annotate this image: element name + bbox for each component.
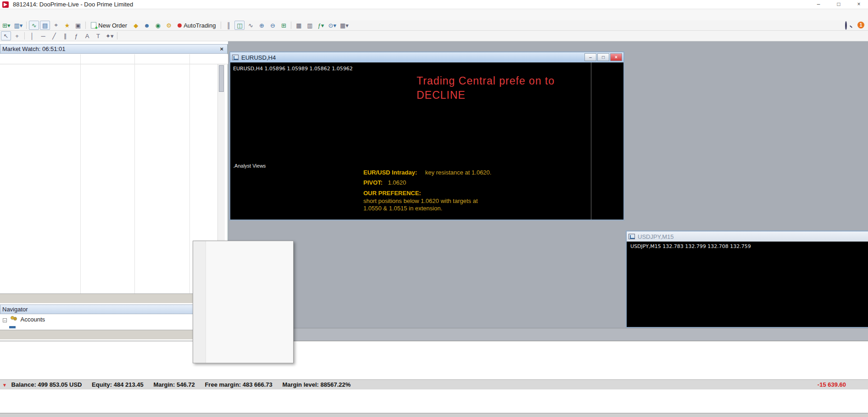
- indicators-button[interactable]: ƒ▾: [316, 21, 326, 30]
- label-tool[interactable]: T: [93, 31, 103, 40]
- templates-button[interactable]: ▦▾: [339, 21, 350, 30]
- mt4-application: 8812414: DooPrime-Live - Doo Prime Limit…: [0, 0, 868, 417]
- market-watch-close-icon[interactable]: ×: [220, 45, 223, 52]
- toolbar-separator: [26, 22, 27, 29]
- metaeditor-icon[interactable]: ◆: [131, 21, 141, 30]
- eurusd-time-axis: [230, 212, 591, 220]
- auto-scroll-button[interactable]: ▦: [294, 21, 304, 30]
- eurusd-price-scale: [591, 62, 623, 220]
- zoom-out-button[interactable]: ⊖: [267, 21, 278, 30]
- toolbar-separator: [221, 22, 221, 29]
- margin-level-value: Margin level: 88567.22%: [282, 381, 351, 388]
- margin-value: Margin: 546.72: [153, 381, 195, 388]
- market-watch-title: Market Watch: 06:51:01: [2, 45, 66, 52]
- new-chart-button[interactable]: ⊞▾: [1, 21, 11, 30]
- fibonacci-tool[interactable]: ƒ: [71, 31, 81, 40]
- accounts-icon: [11, 316, 17, 321]
- chart-minimize-button[interactable]: –: [584, 53, 596, 61]
- usdjpy-window-titlebar[interactable]: USDJPY,M15: [627, 231, 868, 242]
- balance-value: Balance: 499 853.05 USD: [11, 381, 82, 388]
- text-tool[interactable]: A: [82, 31, 92, 40]
- terminal-panel: ▼ Balance: 499 853.05 USD Equity: 484 21…: [0, 341, 868, 417]
- options-icon[interactable]: ⚙: [164, 21, 174, 30]
- zoom-in-button[interactable]: ⊕: [256, 21, 267, 30]
- vertical-line-tool[interactable]: │: [27, 31, 37, 40]
- toolbar-separator: [117, 32, 117, 39]
- tick-chart-toggle[interactable]: ∿: [29, 21, 39, 30]
- toolbar-separator: [291, 22, 291, 29]
- candlestick-chart-button[interactable]: ◫: [234, 21, 245, 30]
- terminal-toggle[interactable]: ▣: [73, 21, 83, 30]
- search-icon[interactable]: [845, 22, 847, 29]
- shapes-tool[interactable]: ✦▾: [104, 31, 115, 40]
- chart-shift-button[interactable]: ▥: [305, 21, 315, 30]
- navigator-title: Navigator: [2, 306, 28, 313]
- trendline-tool[interactable]: ╱: [49, 31, 59, 40]
- usdjpy-chart-canvas[interactable]: [627, 241, 868, 328]
- terminal-tabbar: [0, 413, 868, 417]
- column-divider: [189, 54, 190, 294]
- eurusd-window-title: EURUSD,H4: [241, 54, 276, 61]
- market-watch-titlebar[interactable]: Market Watch: 06:51:01 ×: [0, 44, 228, 54]
- column-divider: [134, 54, 135, 294]
- analyst-views-label: .Analyst Views: [233, 163, 266, 169]
- analyst-preference-text2: 1.0550 & 1.0515 in extension.: [363, 205, 442, 212]
- data-window-toggle[interactable]: ⌖: [51, 21, 61, 30]
- line-chart-button[interactable]: ∿: [245, 21, 256, 30]
- toolbar-separator: [24, 32, 25, 39]
- analyst-pivot-line: PIVOT: 1.0620: [363, 179, 406, 186]
- analyst-intraday-line: EUR/USD Intraday: key resistance at 1.06…: [363, 169, 491, 176]
- account-status-bar: ▼ Balance: 499 853.05 USD Equity: 484 21…: [0, 379, 868, 389]
- crosshair-tool[interactable]: +: [12, 31, 22, 40]
- market-watch-toggle[interactable]: ▤: [40, 21, 50, 30]
- bar-chart-button[interactable]: ║: [223, 21, 234, 30]
- usdjpy-window-title: USDJPY,M15: [638, 233, 674, 240]
- experts-icon[interactable]: ☻: [142, 21, 152, 30]
- channel-tool[interactable]: ∥: [60, 31, 70, 40]
- window-controls: – □ ×: [584, 53, 622, 61]
- chart-restore-button[interactable]: □: [597, 53, 609, 61]
- new-order-icon: [91, 22, 96, 28]
- eurusd-ohlc-line: EURUSD,H4 1.05896 1.05989 1.05862 1.0596…: [233, 66, 353, 72]
- chart-window-icon: [232, 55, 239, 60]
- standard-toolbar: ⊞▾ ▥▾ ∿ ▤ ⌖ ★ ▣ New Order ◆ ☻ ◉ ⚙ AutoTr…: [0, 20, 868, 31]
- signals-icon[interactable]: ◉: [153, 21, 163, 30]
- column-divider: [80, 54, 81, 294]
- total-profit-value: -15 639.60: [818, 380, 846, 390]
- menu-bar: [0, 9, 868, 20]
- chart-window-icon: [629, 234, 635, 239]
- cursor-tool[interactable]: ↖: [1, 31, 11, 40]
- drawing-toolbar: ↖ + │ ─ ╱ ∥ ƒ A T ✦▾: [0, 31, 868, 41]
- tile-windows-button[interactable]: ⊞: [278, 21, 289, 30]
- order-context-menu: [193, 241, 294, 363]
- minimize-button[interactable]: –: [809, 0, 828, 9]
- tree-item-partial: [9, 326, 16, 328]
- autotrading-button[interactable]: AutoTrading: [175, 21, 218, 30]
- decline-annotation: DECLINE: [417, 89, 466, 101]
- new-order-button[interactable]: New Order: [88, 21, 130, 30]
- toolbar-separator: [85, 22, 86, 29]
- chart-close-button[interactable]: ×: [610, 53, 622, 61]
- window-title: 8812414: DooPrime-Live - Doo Prime Limit…: [13, 1, 133, 8]
- market-watch-rows: [0, 64, 217, 294]
- usdjpy-ohlc-line: USDJPY,M15 132.783 132.799 132.708 132.7…: [630, 243, 751, 249]
- analyst-preference-title: OUR PREFERENCE:: [363, 190, 421, 197]
- status-icon: ▼: [2, 383, 7, 388]
- analyst-preference-text1: short positions below 1.0620 with target…: [363, 197, 478, 204]
- free-margin-value: Free margin: 483 666.73: [205, 381, 272, 388]
- profiles-button[interactable]: ▥▾: [12, 21, 24, 30]
- navigator-toggle[interactable]: ★: [62, 21, 72, 30]
- close-button[interactable]: ×: [850, 0, 868, 9]
- maximize-button[interactable]: □: [829, 0, 848, 9]
- tree-expand-icon[interactable]: –: [3, 318, 7, 322]
- periods-button[interactable]: ⊙▾: [327, 21, 337, 30]
- app-icon: [2, 1, 9, 8]
- title-bar: 8812414: DooPrime-Live - Doo Prime Limit…: [0, 0, 868, 9]
- horizontal-line-tool[interactable]: ─: [38, 31, 48, 40]
- equity-value: Equity: 484 213.45: [92, 381, 144, 388]
- market-watch-header: [0, 54, 228, 64]
- chart-windows-tabbar: [228, 328, 868, 341]
- eurusd-window-titlebar[interactable]: EURUSD,H4 – □ ×: [230, 52, 623, 62]
- tree-item-accounts[interactable]: Accounts: [21, 316, 45, 323]
- notification-badge[interactable]: 1: [857, 22, 864, 28]
